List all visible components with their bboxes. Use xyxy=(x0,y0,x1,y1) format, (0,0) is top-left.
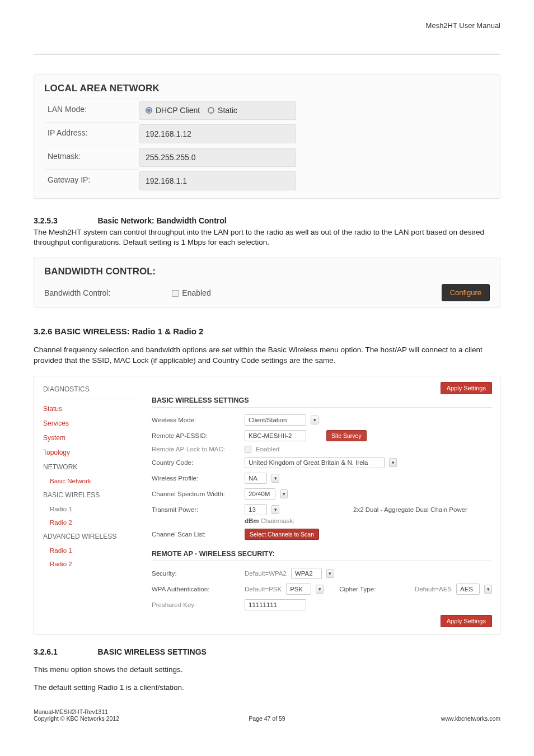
section-3-2-6-1-p1: This menu option shows the default setti… xyxy=(34,665,500,675)
footer-line2: Copyright © KBC Networks 2012 xyxy=(34,715,119,722)
wireless-profile-select[interactable]: NA xyxy=(245,473,267,484)
site-survey-button[interactable]: Site Survey xyxy=(326,430,367,441)
wpa-auth-select[interactable]: PSK xyxy=(286,584,311,595)
psk-label: Preshared Key: xyxy=(152,601,240,608)
ip-value: 192.168.1.12 xyxy=(139,124,296,143)
wireless-profile-label: Wireless Profile: xyxy=(152,475,240,482)
ip-label: IP Address: xyxy=(44,122,139,146)
footer-url: www.kbcnetworks.com xyxy=(441,715,500,722)
apply-settings-button-top[interactable]: Apply Settings xyxy=(441,382,492,394)
sidebar-item-adv-radio2[interactable]: Radio 2 xyxy=(42,557,142,571)
tx-power-label: Transmit Power: xyxy=(152,506,240,513)
doc-title: Mesh2HT User Manual xyxy=(426,21,500,30)
panel-remote-ap-title: REMOTE AP - WIRELESS SECURITY: xyxy=(152,550,492,561)
section-3-2-5-3-text: The Mesh2HT system can control throughpu… xyxy=(34,227,500,248)
scan-list-label: Channel Scan List: xyxy=(152,531,240,538)
chevron-down-icon[interactable]: ▾ xyxy=(484,585,492,594)
lan-mode-static-radio[interactable]: Static xyxy=(208,106,237,115)
lan-mode-label: LAN Mode: xyxy=(44,99,139,122)
wpa-auth-label: WPA Authentication: xyxy=(152,586,240,592)
select-channels-button[interactable]: Select Channels to Scan xyxy=(245,529,319,540)
sidebar: DIAGNOSTICS Status Services System Topol… xyxy=(42,382,142,627)
chevron-down-icon[interactable]: ▾ xyxy=(326,569,334,578)
chevron-down-icon[interactable]: ▾ xyxy=(389,458,397,467)
lan-mode-dhcp-radio[interactable]: DHCP Client xyxy=(146,106,200,115)
sidebar-item-radio1[interactable]: Radio 1 xyxy=(42,502,142,516)
bandwidth-enabled-checkbox[interactable] xyxy=(172,290,179,297)
section-title: Basic Network: Bandwidth Control xyxy=(97,216,226,225)
section-title: BASIC WIRELESS SETTINGS xyxy=(97,647,206,656)
remote-essid-label: Remote AP-ESSID: xyxy=(152,432,240,439)
tx-power-note: 2x2 Dual - Aggregate Dual Chain Power xyxy=(353,506,467,513)
section-3-2-5-3-heading: 3.2.5.3 Basic Network: Bandwidth Control xyxy=(34,216,500,226)
country-code-select[interactable]: United Kingdom of Great Britain & N. Ire… xyxy=(245,457,385,468)
chevron-down-icon[interactable]: ▾ xyxy=(271,505,279,514)
psk-input[interactable]: 11111111 xyxy=(245,599,306,610)
wireless-mode-select[interactable]: Client/Station xyxy=(245,414,306,426)
footer-line1: Manual-MESH2HT-Rev1311 xyxy=(34,708,119,715)
wireless-mode-label: Wireless Mode: xyxy=(152,417,240,423)
lan-mode-dhcp-text: DHCP Client xyxy=(156,106,200,115)
bandwidth-enabled-text: Enabled xyxy=(182,288,210,297)
lan-mode-static-text: Static xyxy=(218,106,237,115)
spectrum-width-label: Channel Spectrum Width: xyxy=(152,491,240,497)
remote-lock-label: Remote AP-Lock to MAC: xyxy=(152,446,240,452)
spectrum-width-select[interactable]: 20/40M xyxy=(245,488,275,500)
sidebar-item-status[interactable]: Status xyxy=(42,402,142,416)
section-number: 3.2.6.1 xyxy=(34,647,95,656)
sidebar-item-adv-radio1[interactable]: Radio 1 xyxy=(42,544,142,557)
sidebar-network: NETWORK xyxy=(42,460,142,474)
security-select[interactable]: WPA2 xyxy=(291,568,322,579)
page-footer: Manual-MESH2HT-Rev1311 Copyright © KBC N… xyxy=(34,708,500,725)
country-code-label: Country Code: xyxy=(152,459,240,466)
remote-lock-checkbox[interactable] xyxy=(245,446,251,452)
section-number: 3.2.5.3 xyxy=(34,216,95,225)
bandwidth-enabled-wrap[interactable]: Enabled xyxy=(172,288,210,297)
lan-title: LOCAL AREA NETWORK xyxy=(44,83,490,94)
sidebar-item-services[interactable]: Services xyxy=(42,416,142,431)
netmask-label: Netmask: xyxy=(44,146,139,169)
bandwidth-card: BANDWIDTH CONTROL: Bandwidth Control: En… xyxy=(34,258,500,307)
wpa-auth-default: Default=PSK xyxy=(245,586,282,592)
sidebar-adv-wireless: ADVANCED WIRELESS xyxy=(42,529,142,544)
section-3-2-6-text: Channel frequency selection and bandwidt… xyxy=(34,345,500,365)
lan-card: LOCAL AREA NETWORK LAN Mode: DHCP Client… xyxy=(34,74,500,199)
section-3-2-6-1-heading: 3.2.6.1 BASIC WIRELESS SETTINGS xyxy=(34,647,500,657)
sidebar-item-topology[interactable]: Topology xyxy=(42,445,142,460)
bandwidth-title: BANDWIDTH CONTROL: xyxy=(44,266,490,277)
remote-lock-enabled-text: Enabled xyxy=(256,446,279,452)
chainmask-label: Chainmask: xyxy=(261,517,295,524)
cipher-default: Default=AES xyxy=(415,586,452,592)
sidebar-basic-wireless: BASIC WIRELESS xyxy=(42,488,142,502)
configure-button[interactable]: Configure xyxy=(442,284,490,301)
chevron-down-icon[interactable]: ▾ xyxy=(316,585,324,594)
chevron-down-icon[interactable]: ▾ xyxy=(280,489,288,498)
cipher-select[interactable]: AES xyxy=(456,584,480,595)
cipher-type-label: Cipher Type: xyxy=(339,586,376,592)
remote-essid-input[interactable]: KBC-MESHII-2 xyxy=(245,430,306,441)
chevron-down-icon[interactable]: ▾ xyxy=(311,416,318,424)
sidebar-item-radio2[interactable]: Radio 2 xyxy=(42,516,142,529)
security-label: Security: xyxy=(152,570,240,577)
netmask-value: 255.255.255.0 xyxy=(139,148,296,167)
gateway-value: 192.168.1.1 xyxy=(139,171,296,190)
lan-mode-value: DHCP Client Static xyxy=(139,101,296,120)
section-3-2-6-1-p2: The default setting Radio 1 is a client/… xyxy=(34,683,500,693)
apply-settings-button-bottom[interactable]: Apply Settings xyxy=(441,615,492,627)
sidebar-item-system[interactable]: System xyxy=(42,431,142,445)
bandwidth-row-label: Bandwidth Control: xyxy=(44,288,110,297)
sidebar-item-basic-network[interactable]: Basic Network xyxy=(42,474,142,488)
wireless-settings-card: DIAGNOSTICS Status Services System Topol… xyxy=(34,376,500,634)
gateway-label: Gateway IP: xyxy=(44,169,139,193)
panel-basic-wireless-title: BASIC WIRELESS SETTINGS xyxy=(152,396,492,408)
section-3-2-6-heading: 3.2.6 BASIC WIRELESS: Radio 1 & Radio 2 xyxy=(34,326,500,336)
security-default: Default=WPA2 xyxy=(245,570,287,577)
dbm-label: dBm xyxy=(245,517,259,524)
footer-page: Page 47 of 59 xyxy=(249,715,285,722)
tx-power-select[interactable]: 13 xyxy=(245,504,267,515)
header-rule xyxy=(34,54,500,54)
sidebar-diagnostics: DIAGNOSTICS xyxy=(42,382,142,396)
chevron-down-icon[interactable]: ▾ xyxy=(271,474,279,483)
